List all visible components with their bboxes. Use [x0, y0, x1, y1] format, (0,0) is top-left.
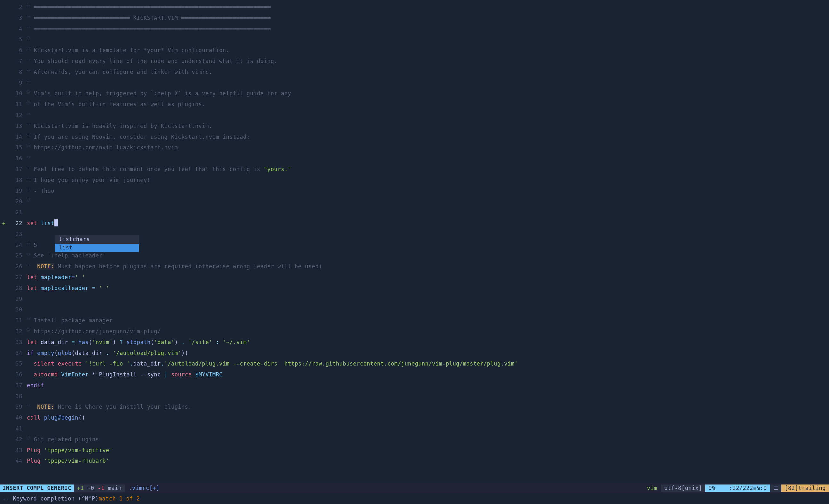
line-number: 43 [8, 447, 27, 455]
line-number: 7 [8, 58, 27, 65]
line-number: 32 [8, 328, 27, 335]
line-number: 16 [8, 155, 27, 163]
cursor [55, 219, 58, 226]
match-count: match 1 of 2 [99, 495, 140, 503]
line-number: 10 [8, 90, 27, 98]
encoding: utf-8[unix] [661, 484, 705, 492]
line-number: 21 [8, 209, 27, 216]
line-number: 14 [8, 133, 27, 141]
line-number: 18 [8, 177, 27, 184]
line-number: 15 [8, 144, 27, 152]
current-line-number: 22 [8, 220, 27, 227]
line-number: 34 [8, 350, 27, 357]
line-number: 40 [8, 414, 27, 422]
line-number: 41 [8, 425, 27, 433]
line-number: 6 [8, 47, 27, 55]
line-number: 25 [8, 252, 27, 260]
trailing-whitespace-warning: [82]trailing [781, 484, 829, 492]
completion-item-selected[interactable]: list [55, 244, 139, 252]
line-number: 28 [8, 285, 27, 292]
bars-icon: ☰ [770, 484, 782, 492]
filename: .vimrc[+] [125, 484, 164, 492]
line-number: 3 [8, 14, 27, 22]
line-number: 19 [8, 187, 27, 195]
mode-indicator: INSERT COMPL GENERIC [0, 484, 74, 492]
vim-editor: 2" ═════════════════════════════════════… [0, 0, 829, 504]
line-number: 30 [8, 306, 27, 314]
line-number: 37 [8, 382, 27, 390]
line-number: 8 [8, 68, 27, 76]
line-number: 38 [8, 393, 27, 400]
line-number: 31 [8, 317, 27, 325]
line-number: 27 [8, 274, 27, 281]
line-number: 36 [8, 371, 27, 379]
position-indicator: 9% ln :22/222≡%:9 [705, 484, 770, 492]
git-hunks: +1 ~0 -1 main [74, 484, 125, 492]
note-label: NOTE: [37, 263, 55, 269]
line-number: 4 [8, 25, 27, 33]
line-number: 44 [8, 457, 27, 465]
line-number: 39 [8, 403, 27, 411]
line-number: 17 [8, 166, 27, 173]
completion-message: -- Keyword completion (^N^P) [3, 495, 99, 503]
filetype: vim [643, 484, 661, 492]
command-line[interactable]: -- Keyword completion (^N^P) match 1 of … [0, 494, 829, 504]
statusline: INSERT COMPL GENERIC +1 ~0 -1 main .vimr… [0, 483, 829, 494]
note-label: NOTE: [37, 404, 55, 410]
line-number: 26 [8, 263, 27, 271]
git-add-sign: + [0, 220, 8, 227]
completion-item[interactable]: listchars [55, 236, 139, 244]
line-number: 2 [8, 3, 27, 11]
line-number: 33 [8, 339, 27, 346]
line-number: 5 [8, 36, 27, 43]
line-number: 35 [8, 360, 27, 368]
line-number: 20 [8, 198, 27, 206]
line-number: 13 [8, 122, 27, 130]
line-number: 42 [8, 436, 27, 443]
line-number: 12 [8, 112, 27, 119]
line-number: 24 [8, 242, 27, 249]
line-number: 11 [8, 101, 27, 108]
completion-popup[interactable]: listchars list [55, 236, 139, 252]
line-number: 23 [8, 230, 27, 238]
line-number: 29 [8, 295, 27, 303]
line-number: 9 [8, 79, 27, 87]
